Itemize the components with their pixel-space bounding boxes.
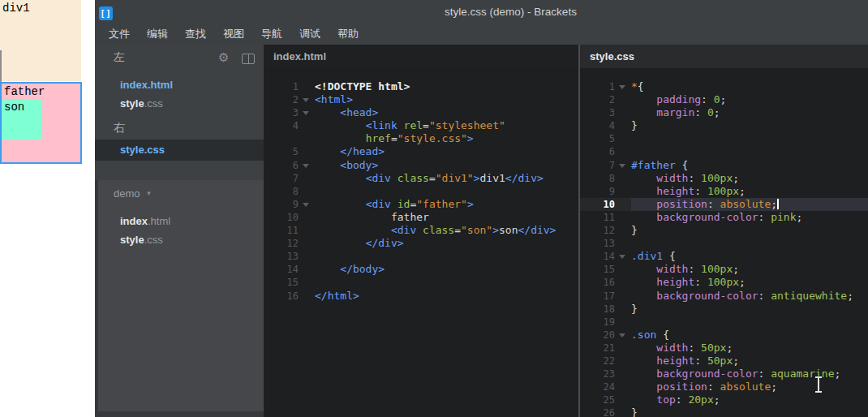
line-number: 11	[580, 211, 615, 224]
fold-arrow-icon[interactable]	[299, 159, 315, 172]
code-line-6[interactable]: 6 <body>	[264, 159, 578, 172]
code-line-3[interactable]: 3 margin: 0;	[580, 106, 868, 119]
fold-gutter	[615, 303, 631, 316]
code-line-24[interactable]: 24 position: absolute;	[580, 380, 868, 393]
line-number: 7	[580, 159, 615, 172]
menu-item-编辑[interactable]: 编辑	[142, 24, 173, 45]
code-line-14[interactable]: 14 </body>	[264, 263, 578, 276]
file-item-style.css[interactable]: style.css	[120, 97, 163, 110]
code-line-25[interactable]: 25 top: 20px;	[580, 393, 868, 406]
preview-father-box-highlighted: father son	[0, 82, 82, 164]
code-line-4[interactable]: 4 <link rel="stylesheet"	[264, 119, 578, 132]
line-number: 8	[264, 185, 299, 198]
code-line-5[interactable]: 5 </head>	[264, 145, 578, 158]
code-text: <head>	[315, 106, 378, 119]
code-line-4[interactable]: 4}	[580, 119, 868, 132]
fold-arrow-icon[interactable]	[615, 80, 631, 93]
code-line-17[interactable]: 17 background-color: antiquewhite;	[580, 290, 868, 303]
code-line-14[interactable]: 14.div1 {	[580, 250, 868, 263]
menu-item-帮助[interactable]: 帮助	[333, 24, 363, 45]
code-line-10[interactable]: 10 father	[264, 211, 578, 224]
code-line-8[interactable]: 8	[264, 185, 578, 198]
code-area-style-css[interactable]: 1*{2 padding: 0;3 margin: 0;4}567#father…	[580, 68, 868, 417]
code-line-5[interactable]: 5	[580, 132, 868, 145]
code-line-12[interactable]: 12 </div>	[264, 237, 578, 250]
line-number: 3	[580, 106, 615, 119]
menu-item-文件[interactable]: 文件	[104, 24, 135, 45]
code-line-18[interactable]: 18}	[580, 303, 868, 316]
code-line-15[interactable]: 15 width: 100px;	[580, 263, 868, 276]
code-line-10[interactable]: 10 position: absolute;	[580, 198, 868, 211]
code-line-16[interactable]: 16</html>	[264, 290, 578, 303]
code-line-19[interactable]: 19	[580, 316, 868, 329]
line-number: 12	[580, 224, 615, 237]
code-text: </div>	[315, 237, 404, 250]
menu-item-导航[interactable]: 导航	[256, 24, 287, 45]
line-number: 1	[580, 80, 615, 93]
code-line-9[interactable]: 9 <div id="father">	[264, 198, 578, 211]
code-line-1[interactable]: 1*{	[580, 80, 868, 93]
code-text: position: absolute;	[631, 198, 779, 211]
code-area-index-html[interactable]: 1<!DOCTYPE html>2<html>3 <head>4 <link r…	[264, 68, 578, 303]
code-line-13[interactable]: 13	[264, 250, 578, 263]
code-text: <!DOCTYPE html>	[315, 80, 410, 93]
code-line-16[interactable]: 16 height: 100px;	[580, 276, 868, 289]
fold-arrow-icon[interactable]	[299, 198, 315, 211]
file-item-index.html[interactable]: index.html	[120, 215, 170, 227]
fold-gutter	[615, 198, 631, 211]
code-line-21[interactable]: 21 width: 50px;	[580, 342, 868, 355]
fold-gutter	[615, 185, 631, 198]
code-line-wrap[interactable]: href="style.css">	[264, 132, 578, 145]
fold-gutter	[299, 263, 315, 276]
fold-arrow-icon[interactable]	[299, 93, 315, 106]
line-number: 10	[580, 198, 615, 211]
fold-gutter	[299, 172, 315, 185]
code-line-2[interactable]: 2 padding: 0;	[580, 93, 868, 106]
file-item-index.html[interactable]: index.html	[120, 79, 173, 91]
code-line-9[interactable]: 9 height: 100px;	[580, 185, 868, 198]
code-text: height: 50px;	[631, 355, 739, 368]
fold-gutter	[615, 93, 631, 106]
code-line-22[interactable]: 22 height: 50px;	[580, 355, 868, 368]
preview-div1-box: div1	[0, 0, 81, 81]
file-item-style.css[interactable]: style.css	[120, 234, 163, 246]
line-number: 19	[580, 316, 615, 329]
code-line-15[interactable]: 15	[264, 276, 578, 289]
menu-item-调试[interactable]: 调试	[294, 24, 325, 45]
code-text: background-color: antiquewhite;	[631, 290, 853, 303]
code-line-2[interactable]: 2<html>	[264, 93, 578, 106]
fold-arrow-icon[interactable]	[615, 250, 631, 263]
line-number: 18	[580, 303, 615, 316]
code-line-7[interactable]: 7#father {	[580, 159, 868, 172]
menu-item-查找[interactable]: 查找	[180, 24, 211, 45]
code-line-23[interactable]: 23 background-color: aquamarine;	[580, 368, 868, 380]
code-text: <div class="son">son</div>	[315, 224, 556, 237]
chevron-down-icon: ▼	[146, 190, 153, 197]
code-line-26[interactable]: 26}	[580, 406, 868, 417]
code-line-7[interactable]: 7 <div class="div1">div1</div>	[264, 172, 578, 185]
fold-arrow-icon[interactable]	[615, 159, 631, 172]
menu-item-视图[interactable]: 视图	[218, 24, 249, 45]
line-number: 11	[264, 224, 299, 237]
pane-header-left: index.html	[264, 45, 578, 68]
code-text: </body>	[315, 263, 385, 276]
fold-arrow-icon[interactable]	[615, 329, 631, 342]
code-line-11[interactable]: 11 <div class="son">son</div>	[264, 224, 578, 237]
split-view-icon[interactable]	[242, 54, 255, 64]
code-line-3[interactable]: 3 <head>	[264, 106, 578, 119]
project-dropdown[interactable]: demo▼	[114, 187, 152, 200]
fold-arrow-icon[interactable]	[299, 106, 315, 119]
code-line-8[interactable]: 8 width: 100px;	[580, 172, 868, 185]
fold-gutter	[615, 172, 631, 185]
code-line-6[interactable]: 6	[580, 145, 868, 158]
code-line-12[interactable]: 12}	[580, 224, 868, 237]
gear-icon[interactable]: ⚙	[218, 50, 229, 65]
fold-gutter	[615, 290, 631, 303]
fold-gutter	[615, 237, 631, 250]
code-line-20[interactable]: 20.son {	[580, 329, 868, 342]
file-item-style.css[interactable]: style.css	[120, 144, 165, 156]
line-number: 2	[580, 93, 615, 106]
code-line-13[interactable]: 13	[580, 237, 868, 250]
code-line-1[interactable]: 1<!DOCTYPE html>	[264, 80, 578, 93]
code-line-11[interactable]: 11 background-color: pink;	[580, 211, 868, 224]
